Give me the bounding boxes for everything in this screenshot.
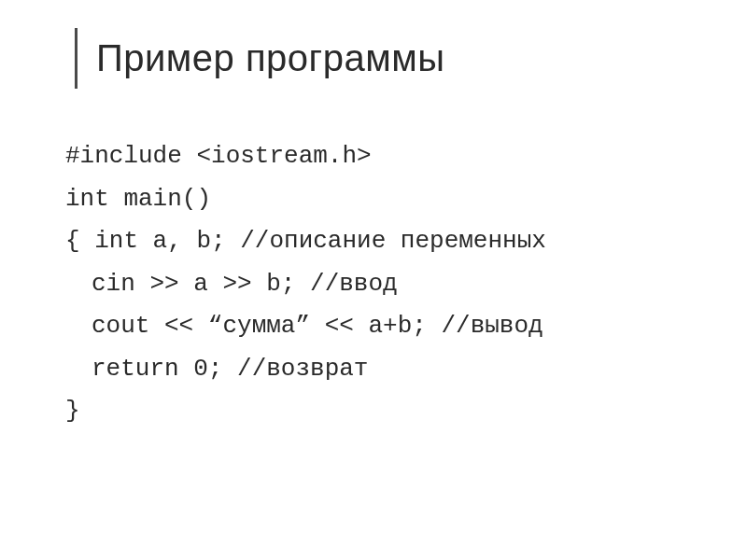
- code-block: #include <iostream.h> int main() { int a…: [56, 135, 710, 433]
- code-line-closebrace: }: [65, 390, 710, 433]
- code-line-declaration: { int a, b; //описание переменных: [65, 220, 710, 263]
- code-line-main: int main(): [65, 178, 710, 221]
- title-accent-bar: [75, 28, 78, 89]
- code-line-include: #include <iostream.h>: [65, 135, 710, 178]
- code-line-cout: cout << “сумма” << a+b; //вывод: [65, 305, 710, 348]
- slide-container: Пример программы #include <iostream.h> i…: [0, 0, 747, 560]
- code-line-cin: cin >> a >> b; //ввод: [65, 263, 710, 306]
- title-container: Пример программы: [56, 28, 710, 89]
- slide-title: Пример программы: [96, 28, 444, 89]
- code-line-return: return 0; //возврат: [65, 348, 710, 391]
